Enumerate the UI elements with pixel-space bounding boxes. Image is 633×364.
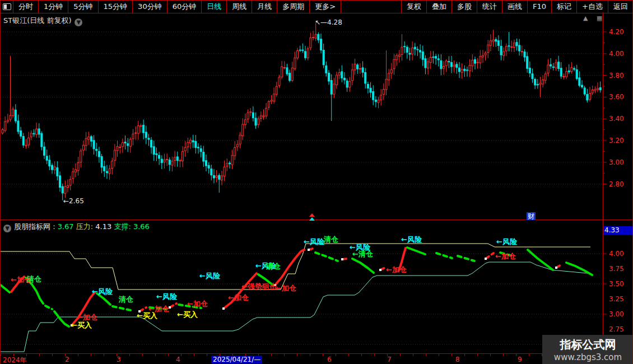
chart-title-text: ST银江(日线 前复权) <box>3 16 71 25</box>
svg-text:3.80: 3.80 <box>609 72 624 80</box>
menu-item-15分钟[interactable]: 15分钟 <box>99 1 133 13</box>
chevron-down-icon[interactable]: ▼ <box>75 18 82 26</box>
top-menu-bar: 分时1分钟5分钟15分钟30分钟60分钟日线周线月线多周期更多> 复权叠加多股统… <box>1 0 633 13</box>
svg-text:3.75: 3.75 <box>609 265 624 273</box>
support-label: 支撑: <box>114 222 131 231</box>
watermark: 指标公式网 www.zbgs3.com <box>542 335 633 364</box>
pressure-label: 压力: <box>76 222 93 231</box>
svg-text:3.00: 3.00 <box>609 158 624 166</box>
signal-triangle-up-icon <box>309 213 315 217</box>
time-axis-label: 2024年 <box>3 356 27 364</box>
svg-text:3.00: 3.00 <box>609 310 624 318</box>
menu-item-30分钟[interactable]: 30分钟 <box>133 1 167 13</box>
period-menu: 分时1分钟5分钟15分钟30分钟60分钟日线周线月线多周期更多> <box>13 1 341 13</box>
current-value-box: 4.33 <box>603 226 633 235</box>
menu-item-标记[interactable]: 标记 <box>551 1 576 13</box>
menu-item-多周期[interactable]: 多周期 <box>277 1 310 13</box>
time-axis-label: 3 <box>117 356 121 363</box>
time-axis-ticks <box>1 354 603 356</box>
svg-text:3.50: 3.50 <box>609 280 624 288</box>
menu-item-+自选[interactable]: +自选 <box>576 1 608 13</box>
menu-item-周线[interactable]: 周线 <box>227 1 252 13</box>
svg-text:3.20: 3.20 <box>609 137 624 144</box>
watermark-title: 指标公式网 <box>542 337 633 352</box>
menu-item-叠加[interactable]: 叠加 <box>426 1 452 13</box>
svg-text:4.20: 4.20 <box>609 28 624 36</box>
menu-item-1分钟[interactable]: 1分钟 <box>39 1 68 13</box>
menu-item-F10[interactable]: F10 <box>527 1 551 13</box>
indicator-name[interactable]: 股朋指标网 <box>14 222 50 231</box>
time-axis-label: 8 <box>455 356 460 363</box>
stock-app-window: 分时1分钟5分钟15分钟30分钟60分钟日线周线月线多周期更多> 复权叠加多股统… <box>0 0 633 364</box>
svg-text:3.40: 3.40 <box>609 115 624 123</box>
time-axis-label: 9 <box>518 356 522 363</box>
signal-triangle-down-icon <box>309 217 315 221</box>
indicator-chart-canvas[interactable]: 4.003.753.503.253.002.75 <box>1 220 633 353</box>
menu-item-60分钟[interactable]: 60分钟 <box>167 1 202 13</box>
price-axis-line <box>603 12 603 364</box>
svg-text:2.80: 2.80 <box>609 180 624 188</box>
indicator-header: ▼股朋指标网 : 3.67 压力: 4.13 支撑: 3.66 <box>3 222 150 232</box>
menu-item-分时[interactable]: 分时 <box>13 1 39 13</box>
panel-chevron-icon[interactable]: ▼ <box>3 225 11 232</box>
svg-text:2.75: 2.75 <box>609 325 624 333</box>
pressure-value: 4.13 <box>95 222 111 231</box>
svg-text:4.00: 4.00 <box>609 50 624 58</box>
time-axis-label: 7 <box>387 356 392 363</box>
time-axis-label: 2025/04/21/— <box>211 356 262 363</box>
time-axis-label: 2 <box>65 356 69 363</box>
menu-item-5分钟[interactable]: 5分钟 <box>68 1 98 13</box>
time-axis-label: 6 <box>327 356 332 363</box>
svg-text:3.60: 3.60 <box>609 93 624 101</box>
menu-item-多股[interactable]: 多股 <box>452 1 477 13</box>
tool-menu: 复权叠加多股统计画线F10标记+自选返回 <box>401 1 633 13</box>
news-badge[interactable]: 财 <box>527 212 536 220</box>
menu-item-更多>[interactable]: 更多> <box>310 1 341 13</box>
menu-item-复权[interactable]: 复权 <box>401 1 426 13</box>
time-axis: 2024年2342025/04/21/—6789 <box>1 353 633 364</box>
title-corner-icons[interactable]: ▲ ▦ <box>583 15 606 22</box>
menu-item-返回[interactable]: 返回 <box>608 1 633 13</box>
support-value: 3.66 <box>133 222 150 231</box>
svg-text:3.25: 3.25 <box>609 295 624 303</box>
layout-toggle-button[interactable] <box>1 1 13 13</box>
chart-title: ST银江(日线 前复权)▼ <box>3 16 82 26</box>
main-chart-canvas[interactable]: 4.204.003.803.603.403.203.002.80 <box>1 12 633 220</box>
indicator-value: 3.67 <box>58 222 74 231</box>
menu-item-日线[interactable]: 日线 <box>202 1 227 13</box>
panel-divider <box>1 220 633 220</box>
watermark-url: www.zbgs3.com <box>542 352 633 362</box>
panel-layout-icon <box>3 3 11 10</box>
time-axis-label: 4 <box>176 356 180 363</box>
menu-item-统计[interactable]: 统计 <box>477 1 502 13</box>
menu-item-画线[interactable]: 画线 <box>502 1 527 13</box>
menu-item-月线[interactable]: 月线 <box>252 1 277 13</box>
svg-text:4.00: 4.00 <box>609 250 624 258</box>
